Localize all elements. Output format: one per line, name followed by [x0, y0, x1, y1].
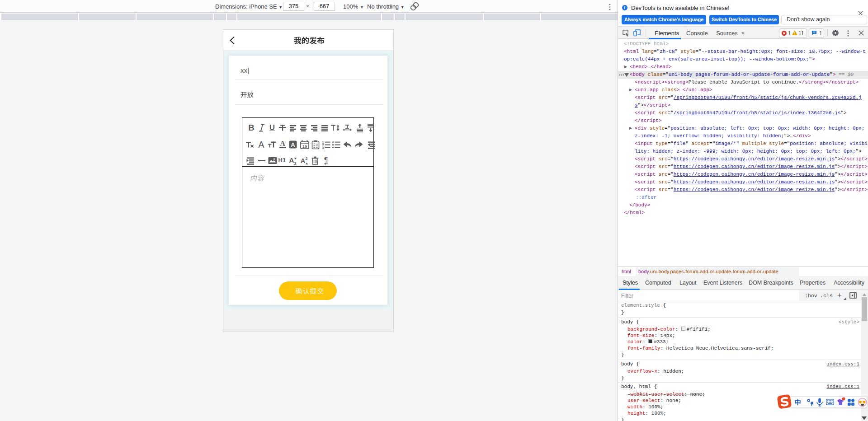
svg-text:2: 2 — [294, 161, 296, 165]
svg-text:A: A — [291, 141, 295, 148]
svg-text:2: 2 — [305, 156, 307, 161]
svg-text:A: A — [301, 157, 306, 164]
svg-text:¶: ¶ — [324, 155, 328, 164]
svg-text:19: 19 — [302, 144, 307, 149]
svg-text:A: A — [289, 156, 294, 164]
svg-text:3: 3 — [322, 146, 324, 150]
